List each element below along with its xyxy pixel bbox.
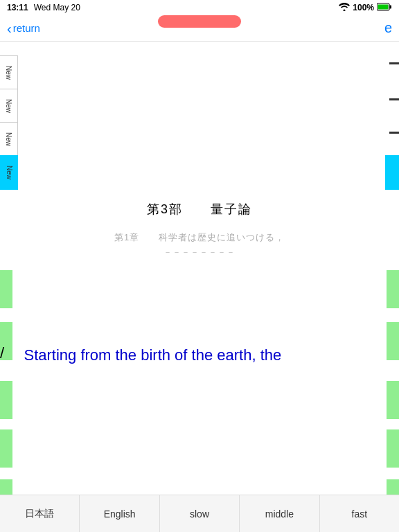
status-time: 13:11 (7, 3, 28, 12)
green-block-left-4 (0, 429, 12, 468)
green-block-left-1 (0, 270, 12, 308)
toolbar-english[interactable]: English (80, 495, 159, 532)
right-line-2 (389, 98, 399, 100)
svg-rect-1 (390, 5, 392, 8)
right-cyan-block (385, 155, 399, 190)
status-day: Wed May 20 (34, 3, 80, 12)
new-label-highlighted[interactable]: New (0, 155, 18, 190)
svg-rect-2 (378, 4, 389, 9)
new-label-3[interactable]: New (0, 122, 18, 157)
green-block-right-3 (387, 381, 399, 419)
back-arrow-icon: ‹ (7, 21, 12, 35)
toolbar-slow[interactable]: slow (160, 495, 240, 532)
toolbar-japanese[interactable]: 日本語 (0, 495, 80, 532)
new-label-1[interactable]: New (0, 55, 18, 90)
right-line-3 (389, 132, 399, 134)
green-block-right-5 (387, 479, 399, 495)
wifi-icon (339, 3, 350, 13)
chapter-title: 第3部 量子論 (21, 201, 378, 218)
toolbar-middle[interactable]: middle (240, 495, 319, 532)
battery-icon (377, 3, 392, 13)
chapter-subtitle-line: －－－－－－－－ (21, 247, 378, 258)
back-button[interactable]: ‹ return (7, 21, 40, 35)
status-bar: 13:11 Wed May 20 100% (0, 0, 399, 15)
green-block-right-4 (387, 429, 399, 468)
battery-text: 100% (353, 3, 374, 12)
green-block-right-1 (387, 270, 399, 308)
green-block-left-5 (0, 479, 12, 495)
top-pill[interactable] (158, 15, 241, 28)
new-label-2[interactable]: New (0, 89, 18, 123)
status-right: 100% (339, 3, 392, 13)
main-content: New New New New 第3部 量子論 第1章 科学者は歴史に追いつける… (0, 42, 399, 495)
toolbar-fast[interactable]: fast (320, 495, 399, 532)
green-block-left-3 (0, 381, 12, 419)
english-translation: Starting from the birth of the earth, th… (0, 346, 399, 364)
bookmark-button[interactable]: e (384, 20, 392, 36)
right-line-1 (389, 62, 399, 64)
chapter-subtitle: 第1章 科学者は歴史に追いつける， (21, 231, 378, 244)
chapter-header: 第3部 量子論 第1章 科学者は歴史に追いつける， －－－－－－－－ (0, 201, 399, 258)
bottom-toolbar: 日本語 English slow middle fast (0, 495, 399, 532)
